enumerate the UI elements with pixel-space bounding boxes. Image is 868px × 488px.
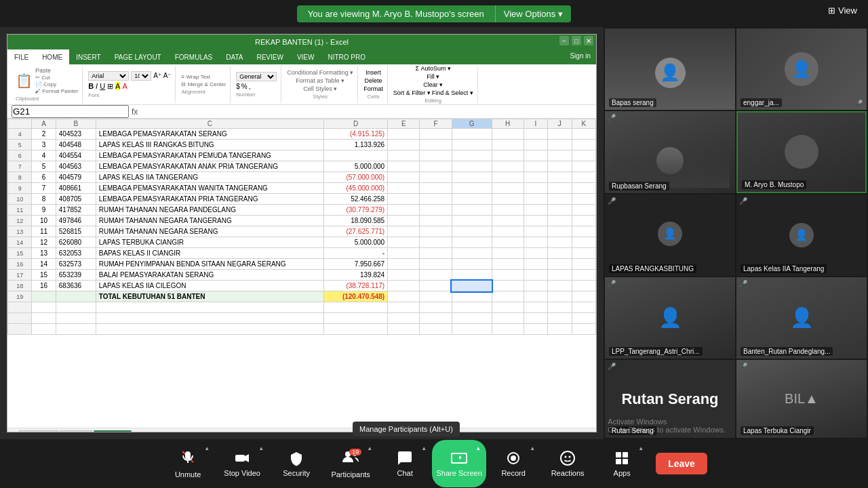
autosum-btn[interactable]: Σ AutoSum ▾ [415, 65, 451, 72]
cell-c-8[interactable]: RUMAH TAHANAN NEGARA TANGERANG [96, 216, 323, 226]
cell-b-3[interactable]: 404563 [56, 161, 96, 172]
italic-btn[interactable]: I [96, 82, 98, 90]
cell-c-12[interactable]: RUMAH PENYIMPANAN BENDA SITAAN NEGARA SE… [96, 259, 323, 270]
col-header-j[interactable]: J [548, 119, 572, 129]
cell-d-12[interactable]: 7.950.667 [323, 259, 387, 270]
video-tile-lapas-rangkas[interactable]: 👤 🎤 LAPAS RANGKASBITUNG [605, 195, 735, 276]
tab-formulas[interactable]: FORMULAS [168, 49, 220, 64]
cell-a-0[interactable]: 2 [32, 129, 56, 140]
number-format-selector[interactable]: General [236, 72, 277, 81]
cell-d-7[interactable]: (30.779.279) [323, 205, 387, 216]
cell-a-12[interactable]: 14 [32, 259, 56, 270]
cell-a-1[interactable]: 3 [32, 140, 56, 150]
insert-cells-btn[interactable]: Insert [366, 69, 381, 76]
merge-center-btn[interactable]: ⊟ Merge & Center [181, 81, 226, 87]
chat-expand-arrow[interactable]: ▲ [421, 445, 427, 451]
cell-b-10[interactable]: 626080 [56, 237, 96, 248]
format-as-table-btn[interactable]: Format as Table ▾ [296, 77, 344, 84]
col-header-g[interactable]: G [452, 119, 492, 129]
cell-c-6[interactable]: LEMBAGA PEMASYARAKATAN PRIA TANGERANG [96, 194, 323, 205]
tab-insert[interactable]: INSERT [69, 49, 108, 64]
col-header-e[interactable]: E [388, 119, 420, 129]
cell-c-4[interactable]: LAPAS KELAS IIA TANGERANG [96, 172, 323, 183]
share-expand-arrow[interactable]: ▲ [475, 445, 481, 451]
toolbar-record[interactable]: ▲ Record [486, 440, 540, 487]
sheet-bama[interactable]: BAMA [60, 430, 92, 432]
unmute-expand-arrow[interactable]: ▲ [204, 445, 210, 451]
tab-view[interactable]: VIEW [290, 49, 321, 64]
toolbar-apps[interactable]: ▲ Apps [595, 440, 649, 487]
sheet-listrik[interactable]: LISTRIK [94, 430, 132, 433]
record-expand-arrow[interactable]: ▲ [530, 445, 535, 451]
video-tile-lapas-tangerang[interactable]: 👤 🎤 Lapas Kelas IIA Tangerang [736, 195, 867, 276]
cell-c-11[interactable]: BAPAS KELAS II CIANGIR [96, 248, 323, 259]
col-header-k[interactable]: K [572, 119, 595, 129]
cell-c-0[interactable]: LEMBAGA PEMASYARAKATAN SERANG [96, 129, 323, 140]
fill-color-btn[interactable]: A [115, 82, 120, 90]
format-cells-btn[interactable]: Format [363, 85, 383, 92]
view-button[interactable]: ⊞ View [828, 5, 857, 16]
cell-b-15[interactable] [56, 291, 96, 302]
sort-filter-btn[interactable]: Sort & Filter ▾ [393, 89, 431, 96]
cell-a-5[interactable]: 7 [32, 183, 56, 194]
font-size-selector[interactable]: 10 [131, 71, 151, 81]
video-tile-rupbasan[interactable]: 🎤 Rupbasan Serang [605, 111, 735, 192]
cell-a-15[interactable] [32, 291, 56, 302]
cell-c-7[interactable]: RUMAH TAHANAN NEGARA PANDEGLANG [96, 205, 323, 216]
clear-btn[interactable]: Clear ▾ [423, 81, 443, 88]
leave-button[interactable]: Leave [656, 453, 707, 474]
toolbar-reactions[interactable]: Reactions [540, 440, 595, 487]
minimize-button[interactable]: − [559, 36, 569, 45]
col-header-i[interactable]: I [524, 119, 547, 129]
toolbar-unmute[interactable]: ▲ Unmute [161, 440, 215, 487]
find-select-btn[interactable]: Find & Select ▾ [432, 89, 473, 96]
comma-btn[interactable]: , [249, 83, 251, 90]
tab-home[interactable]: HOME [35, 49, 69, 64]
add-sheet-btn[interactable]: + [10, 431, 15, 433]
cell-c-3[interactable]: LEMBAGA PEMASYARAKATAN ANAK PRIA TANGERA… [96, 161, 323, 172]
cell-b-5[interactable]: 408661 [56, 183, 96, 194]
percent-btn[interactable]: % [241, 83, 248, 90]
cell-a-7[interactable]: 9 [32, 205, 56, 216]
apps-expand-arrow[interactable]: ▲ [638, 445, 644, 451]
cell-d-14[interactable]: (38.728.117) [323, 281, 387, 291]
currency-btn[interactable]: $ [236, 83, 240, 90]
cell-a-3[interactable]: 5 [32, 161, 56, 172]
toolbar-chat[interactable]: ▲ Chat [378, 440, 432, 487]
cell-c-2[interactable]: LEMBAGA PEMASYARAKATAN PEMUDA TANGERANG [96, 150, 323, 161]
cell-d-5[interactable]: (45.000.000) [323, 183, 387, 194]
cell-d-10[interactable]: 5.000.000 [323, 237, 387, 248]
toolbar-security[interactable]: Security [269, 440, 323, 487]
video-tile-lapas-ciangir[interactable]: BIL▲ 🎤 Lapas Terbuka Ciangir [736, 360, 867, 438]
cell-d-1[interactable]: 1.133.926 [323, 140, 387, 150]
cell-c-14[interactable]: LAPAS KELAS IIA CILEGON [96, 281, 323, 291]
cell-b-2[interactable]: 404554 [56, 150, 96, 161]
cell-b-12[interactable]: 632573 [56, 259, 96, 270]
col-header-a[interactable]: A [32, 119, 56, 129]
col-header-b[interactable]: B [56, 119, 96, 129]
cell-c-10[interactable]: LAPAS TERBUKA CIANGIR [96, 237, 323, 248]
maximize-button[interactable]: □ [572, 36, 581, 45]
cell-b-4[interactable]: 404579 [56, 172, 96, 183]
font-selector[interactable]: Arial [88, 71, 129, 81]
cell-c-15[interactable]: TOTAL KEBUTUHAN 51 BANTEN [96, 291, 323, 302]
cell-d-4[interactable]: (57.000.000) [323, 172, 387, 183]
cell-d-13[interactable]: 139.824 [323, 270, 387, 281]
cell-d-15[interactable]: (120.470.548) [323, 291, 387, 302]
cell-a-11[interactable]: 13 [32, 248, 56, 259]
cell-b-14[interactable]: 683636 [56, 281, 96, 291]
video-tile-bapas-serang[interactable]: 👤 Bapas serang [605, 28, 735, 110]
toolbar-share-screen[interactable]: ▲ Share Screen [432, 440, 486, 487]
tab-review[interactable]: REVIEW [250, 49, 290, 64]
toolbar-stop-video[interactable]: ▲ Stop Video [215, 440, 269, 487]
cell-d-9[interactable]: (27.625.771) [323, 226, 387, 237]
col-header-h[interactable]: H [492, 119, 524, 129]
cell-c-9[interactable]: RUMAH TAHANAN NEGARA SERANG [96, 226, 323, 237]
video-tile-lpp-tangerang[interactable]: 👤 🎤 LPP_Tangerang_Astri_Chri... [605, 277, 735, 359]
cell-b-13[interactable]: 653239 [56, 270, 96, 281]
font-color-btn[interactable]: A [122, 82, 127, 90]
paste-btn[interactable]: Paste [35, 67, 78, 74]
cell-b-1[interactable]: 404548 [56, 140, 96, 150]
cell-c-5[interactable]: LEMBAGA PEMASYARAKATAN WANITA TANGERANG [96, 183, 323, 194]
increase-font-btn[interactable]: A⁺ [153, 72, 161, 79]
